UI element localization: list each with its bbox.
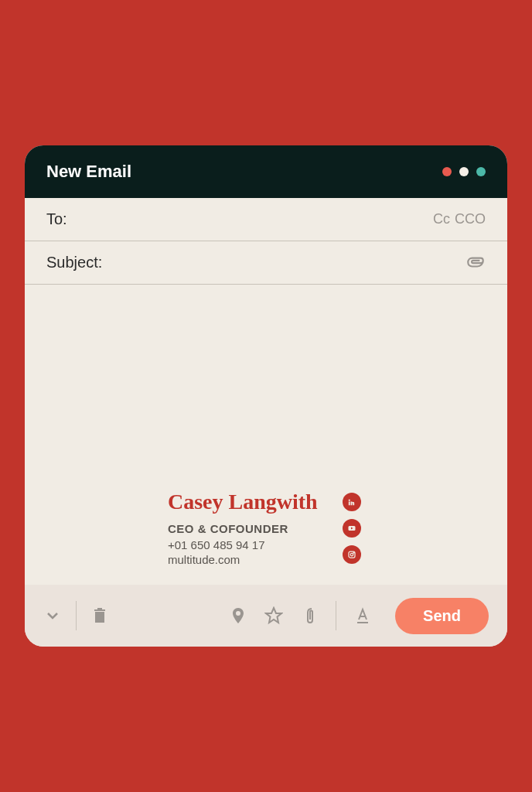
signature-phone: +01 650 485 94 17 <box>168 538 318 551</box>
instagram-icon[interactable] <box>343 545 361 564</box>
close-window-button[interactable] <box>442 167 452 176</box>
send-button[interactable]: Send <box>395 598 489 634</box>
maximize-window-button[interactable] <box>476 167 486 176</box>
signature-title: CEO & COFOUNDER <box>168 522 318 535</box>
cco-button[interactable]: CCO <box>455 211 486 227</box>
to-label: To: <box>46 210 67 228</box>
signature-name: Casey Langwith <box>168 490 318 514</box>
signature-text: Casey Langwith CEO & COFOUNDER +01 650 4… <box>168 490 318 566</box>
subject-label: Subject: <box>46 254 102 271</box>
window-titlebar: New Email <box>25 145 507 198</box>
window-title: New Email <box>46 162 131 182</box>
paperclip-icon[interactable] <box>300 606 319 625</box>
divider <box>336 601 336 630</box>
linkedin-icon[interactable] <box>343 493 361 511</box>
cc-button[interactable]: Cc <box>433 211 450 227</box>
star-icon[interactable] <box>264 606 283 625</box>
signature-website: multitude.com <box>168 553 318 566</box>
email-signature: Casey Langwith CEO & COFOUNDER +01 650 4… <box>168 490 361 566</box>
traffic-lights <box>442 167 486 176</box>
email-body[interactable]: Casey Langwith CEO & COFOUNDER +01 650 4… <box>25 285 507 585</box>
svg-point-3 <box>353 552 354 553</box>
compose-toolbar: Send <box>25 585 507 647</box>
minimize-window-button[interactable] <box>459 167 469 176</box>
email-compose-window: New Email To: Cc CCO Subject: Casey Lang… <box>25 145 507 647</box>
location-pin-icon[interactable] <box>229 606 247 625</box>
divider <box>76 601 77 630</box>
youtube-icon[interactable] <box>343 519 361 538</box>
text-format-icon[interactable] <box>353 606 372 625</box>
toolbar-center <box>229 601 372 630</box>
cc-controls: Cc CCO <box>433 211 486 227</box>
social-icons <box>343 493 361 564</box>
subject-field-row[interactable]: Subject: <box>25 241 507 285</box>
to-field-row[interactable]: To: Cc CCO <box>25 198 507 241</box>
chevron-down-icon[interactable] <box>43 606 62 625</box>
attachment-icon[interactable] <box>466 251 486 275</box>
trash-icon[interactable] <box>90 606 109 625</box>
svg-point-2 <box>350 553 353 556</box>
